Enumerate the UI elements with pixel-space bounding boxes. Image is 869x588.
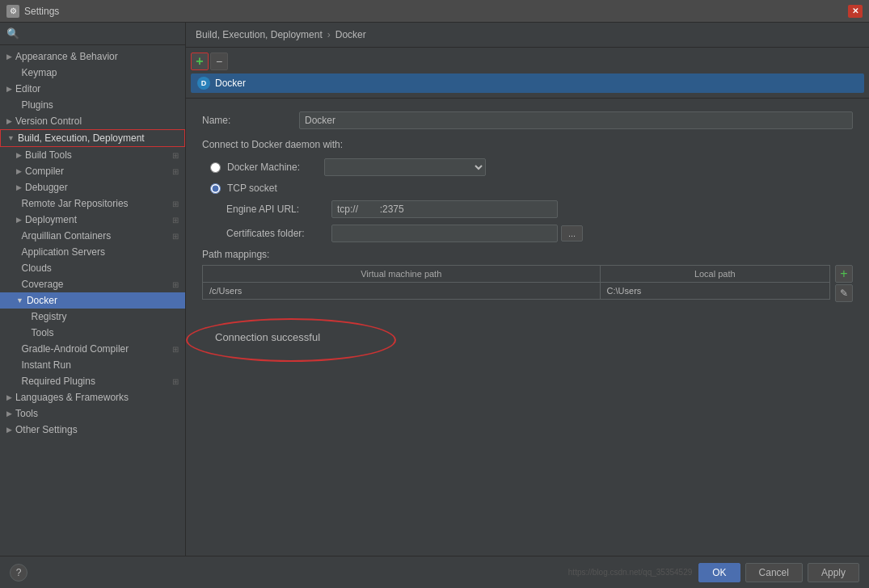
arrow-as — [16, 248, 19, 256]
connect-section-title: Connect to Docker daemon with: — [202, 139, 853, 150]
sidebar-item-languages[interactable]: ▶ Languages & Frameworks — [0, 389, 185, 405]
sidebar-label-debugger: Debugger — [25, 182, 68, 193]
sidebar-item-remote-jar[interactable]: Remote Jar Repositories ⊞ — [0, 195, 185, 212]
tcp-socket-label: TCP socket — [227, 183, 324, 194]
sidebar-label-tools-docker: Tools — [32, 327, 54, 338]
main-container: 🔍 ▶ Appearance & Behavior Keymap ▶ Edito — [0, 23, 869, 588]
search-bar[interactable]: 🔍 — [0, 23, 185, 45]
breadcrumb: Build, Execution, Deployment › Docker — [186, 23, 869, 48]
sidebar: 🔍 ▶ Appearance & Behavior Keymap ▶ Edito — [0, 23, 186, 556]
bottom-bar: ? https://blog.csdn.net/qq_35354529 OK C… — [0, 556, 869, 588]
certs-input[interactable] — [331, 225, 558, 242]
sidebar-item-app-servers[interactable]: Application Servers — [0, 244, 185, 260]
breadcrumb-current: Docker — [335, 29, 366, 40]
arrow-registry — [26, 313, 28, 321]
help-button[interactable]: ? — [10, 564, 27, 582]
tcp-socket-row: TCP socket — [210, 183, 853, 194]
arrow-tools: ▶ — [6, 410, 12, 418]
arrow-arq — [16, 232, 19, 240]
breadcrumb-parent: Build, Execution, Deployment — [196, 29, 323, 40]
path-table-wrapper: Virtual machine path Local path /c/Users… — [202, 265, 853, 302]
sidebar-item-editor[interactable]: ▶ Editor — [0, 81, 185, 97]
sidebar-item-clouds[interactable]: Clouds — [0, 260, 185, 276]
path-row[interactable]: /c/Users C:\Users — [203, 283, 830, 300]
sidebar-item-tools[interactable]: ▶ Tools — [0, 405, 185, 422]
name-label: Name: — [202, 115, 299, 126]
path-mappings-title: Path mappings: — [202, 249, 853, 260]
apply-button[interactable]: Apply — [808, 563, 859, 582]
docker-machine-radio[interactable] — [210, 162, 221, 173]
sidebar-item-build-tools[interactable]: ▶ Build Tools ⊞ — [0, 147, 185, 163]
tcp-socket-radio[interactable] — [210, 183, 221, 194]
docker-machine-select[interactable] — [324, 158, 486, 176]
docker-list-item[interactable]: D Docker — [191, 74, 864, 93]
sidebar-label-docker: Docker — [27, 295, 57, 306]
ok-button[interactable]: OK — [698, 563, 740, 582]
engine-api-row: Engine API URL: — [226, 200, 853, 218]
sidebar-label-keymap: Keymap — [22, 67, 57, 78]
sidebar-item-registry[interactable]: Registry — [0, 309, 185, 325]
arrow-lang: ▶ — [6, 393, 12, 401]
certs-row: Certificates folder: ... — [226, 225, 853, 242]
sidebar-item-plugins[interactable]: Plugins — [0, 97, 185, 113]
window-icon: ⚙ — [6, 5, 19, 18]
sidebar-item-appearance[interactable]: ▶ Appearance & Behavior — [0, 48, 185, 65]
arrow-plugins — [16, 101, 19, 109]
name-input[interactable] — [299, 111, 853, 129]
sidebar-label-compiler: Compiler — [25, 166, 64, 177]
sidebar-item-keymap[interactable]: Keymap — [0, 65, 185, 81]
sidebar-label-build: Build, Execution, Deployment — [18, 132, 145, 144]
sidebar-item-arquillian[interactable]: Arquillian Containers ⊞ — [0, 228, 185, 244]
arrow-ir — [16, 361, 19, 369]
arrow-rp — [16, 377, 19, 385]
remove-docker-button[interactable]: − — [210, 52, 228, 70]
arrow-gradle — [16, 345, 19, 353]
name-row: Name: — [202, 111, 853, 129]
radio-group: Docker Machine: TCP socket — [202, 158, 853, 194]
sidebar-label-clouds: Clouds — [22, 262, 52, 274]
docker-machine-row: Docker Machine: — [210, 158, 853, 176]
sidebar-item-compiler[interactable]: ▶ Compiler ⊞ — [0, 163, 185, 179]
sidebar-item-deployment[interactable]: ▶ Deployment ⊞ — [0, 212, 185, 228]
sidebar-label-rp: Required Plugins — [22, 376, 95, 387]
sidebar-item-required-plugins[interactable]: Required Plugins ⊞ — [0, 373, 185, 389]
arrow-vc: ▶ — [6, 117, 12, 125]
browse-button[interactable]: ... — [561, 225, 583, 242]
sidebar-item-build[interactable]: ▼ Build, Execution, Deployment — [0, 129, 185, 147]
sidebar-label-rj: Remote Jar Repositories — [22, 198, 129, 209]
connection-status-text: Connection successful — [215, 331, 320, 343]
sidebar-label-editor: Editor — [15, 83, 40, 94]
sidebar-item-gradle[interactable]: Gradle-Android Compiler ⊞ — [0, 341, 185, 357]
sidebar-item-tools-docker[interactable]: Tools — [0, 325, 185, 341]
local-path-cell: C:\Users — [600, 283, 829, 300]
docker-toolbar: + − — [191, 52, 864, 70]
arrow-appearance: ▶ — [6, 52, 12, 61]
arrow-docker: ▼ — [16, 296, 23, 304]
arrow-editor: ▶ — [6, 85, 12, 93]
sidebar-item-docker[interactable]: ▼ Docker — [0, 292, 185, 309]
sidebar-item-other-settings[interactable]: ▶ Other Settings — [0, 422, 185, 438]
title-bar: ⚙ Settings ✕ — [0, 0, 869, 23]
path-table-container: Virtual machine path Local path /c/Users… — [202, 265, 830, 300]
sidebar-label-deployment: Deployment — [25, 214, 77, 225]
connection-status: Connection successful — [202, 325, 333, 350]
sidebar-item-debugger[interactable]: ▶ Debugger — [0, 179, 185, 195]
arrow-bt: ▶ — [16, 151, 22, 159]
path-edit-button[interactable]: ✎ — [835, 284, 853, 302]
docker-list-panel: + − D Docker — [186, 48, 869, 99]
search-icon: 🔍 — [6, 27, 19, 40]
search-input[interactable] — [24, 28, 179, 40]
arrow-debugger: ▶ — [16, 183, 22, 191]
cancel-button[interactable]: Cancel — [745, 563, 803, 582]
path-add-button[interactable]: + — [835, 265, 853, 283]
sidebar-item-instant-run[interactable]: Instant Run — [0, 357, 185, 373]
engine-api-input[interactable] — [331, 200, 558, 218]
sidebar-item-coverage[interactable]: Coverage ⊞ — [0, 276, 185, 292]
sidebar-item-version-control[interactable]: ▶ Version Control — [0, 113, 185, 129]
add-docker-button[interactable]: + — [191, 52, 209, 70]
watermark-url: https://blog.csdn.net/qq_35354529 — [568, 568, 692, 577]
sidebar-label-coverage: Coverage — [22, 279, 64, 290]
arrow-rj — [16, 200, 19, 208]
sidebar-label-as: Application Servers — [22, 246, 105, 258]
close-button[interactable]: ✕ — [848, 5, 863, 18]
